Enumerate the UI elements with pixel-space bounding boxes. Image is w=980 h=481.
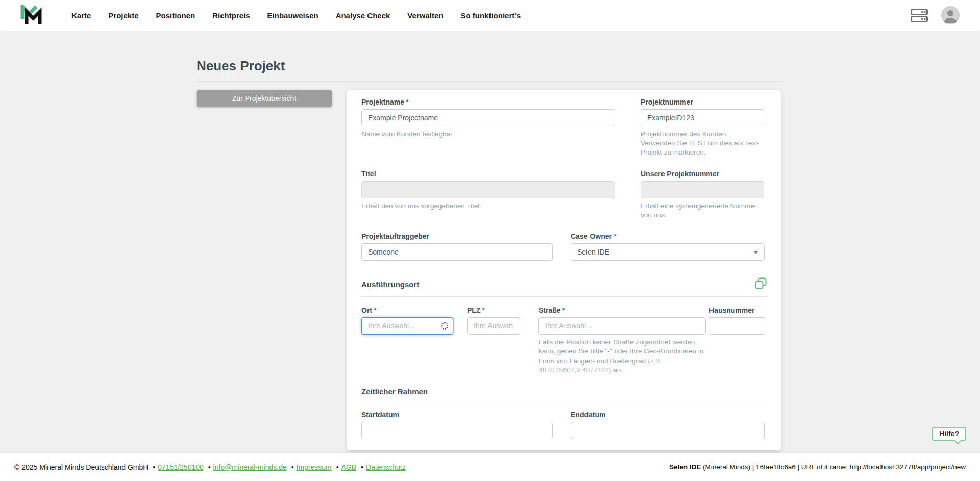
section-divider: [361, 296, 767, 297]
footer-left: © 2025 Mineral Minds Deutschland GmbH •0…: [14, 463, 406, 471]
field-titel: Titel Erhält den von uns vorgegebenen Ti…: [361, 170, 615, 220]
required-asterisk: *: [482, 306, 484, 314]
section-zeitlicher-rahmen-title: Zeitlicher Rahmen: [361, 387, 428, 396]
plz-input[interactable]: [467, 317, 520, 335]
project-form-card: Projektname* Name vom Kunden festlegbar …: [347, 90, 781, 450]
footer-link-phone[interactable]: 07151/250100: [158, 463, 204, 471]
page-title: Neues Projekt: [197, 58, 781, 74]
projektname-helper: Name vom Kunden festlegbar: [361, 130, 615, 139]
footer-link-impressum[interactable]: Impressum: [297, 463, 332, 471]
nav-item-positionen[interactable]: Positionen: [156, 11, 195, 20]
nav-item-einbauweisen[interactable]: Einbauweisen: [267, 11, 318, 20]
projektnummer-input[interactable]: [641, 109, 764, 126]
section-ausfuehrungsort-title: Ausführungsort: [361, 280, 419, 289]
required-asterisk: *: [406, 98, 408, 106]
unsere-projektnummer-label: Unsere Projektnummer: [641, 170, 764, 178]
startdatum-label: Startdatum: [361, 411, 553, 419]
top-navbar: Karte Projekte Positionen Richtpreis Ein…: [0, 0, 980, 31]
nav-item-projekte[interactable]: Projekte: [108, 11, 138, 20]
field-ort: Ort*: [361, 306, 453, 375]
projektname-input[interactable]: [361, 109, 615, 126]
mineral-minds-logo[interactable]: [19, 5, 43, 26]
field-startdatum: Startdatum: [361, 411, 553, 439]
required-asterisk: *: [562, 306, 565, 314]
enddatum-input[interactable]: [571, 422, 765, 439]
hausnummer-label: Hausnummer: [709, 306, 765, 314]
strasse-input[interactable]: [538, 317, 706, 335]
plz-label: PLZ*: [467, 306, 520, 314]
ort-input[interactable]: [361, 317, 453, 335]
server-icon[interactable]: [911, 9, 928, 22]
footer-session-info: Selen IDE (Mineral Minds) | 16fae1ffc6a6…: [669, 463, 966, 471]
enddatum-label: Enddatum: [571, 411, 765, 419]
titel-helper: Erhält den von uns vorgegebenen Titel.: [361, 201, 615, 211]
chevron-down-icon: [753, 251, 758, 254]
hausnummer-input[interactable]: [709, 317, 765, 335]
footer-user-name: Selen IDE: [669, 463, 701, 471]
projektauftraggeber-label: Projektauftraggeber: [361, 232, 553, 240]
startdatum-input[interactable]: [361, 422, 553, 439]
case-owner-value[interactable]: [571, 243, 765, 261]
field-projektnummer: Projektnummer Projektnummer des Kunden. …: [641, 98, 764, 158]
case-owner-select[interactable]: [571, 243, 765, 261]
footer-link-agb[interactable]: AGB: [341, 463, 357, 471]
zur-projektuebersicht-button[interactable]: Zur Projektübersicht: [197, 90, 332, 107]
section-divider: [361, 401, 767, 401]
nav-item-richtpreis[interactable]: Richtpreis: [212, 11, 250, 20]
footer-link-email[interactable]: info@mineral-minds.de: [213, 463, 287, 471]
copyright-text: © 2025 Mineral Minds Deutschland GmbH: [14, 463, 148, 471]
ort-label: Ort*: [361, 306, 453, 314]
projektnummer-label: Projektnummer: [641, 98, 764, 106]
case-owner-label: Case Owner*: [571, 232, 765, 240]
field-projektauftraggeber: Projektauftraggeber: [361, 232, 553, 261]
field-case-owner: Case Owner*: [571, 232, 765, 261]
page-footer: © 2025 Mineral Minds Deutschland GmbH •0…: [0, 453, 980, 481]
field-unsere-projektnummer: Unsere Projektnummer Erhält eine systemg…: [641, 170, 764, 220]
strasse-label: Straße*: [538, 306, 706, 314]
required-asterisk: *: [614, 232, 616, 240]
field-projektname: Projektname* Name vom Kunden festlegbar: [361, 98, 615, 158]
field-plz: PLZ*: [467, 306, 520, 375]
footer-link-datenschutz[interactable]: Datenschutz: [366, 463, 406, 471]
navbar-right: [911, 6, 967, 24]
projektnummer-helper: Projektnummer des Kunden. Verwenden Sie …: [641, 130, 764, 158]
logo-icon: [19, 5, 43, 26]
main-nav: Karte Projekte Positionen Richtpreis Ein…: [71, 11, 521, 20]
main-content: Neues Projekt Zur Projektübersicht Proje…: [0, 31, 980, 453]
copy-icon[interactable]: [755, 277, 767, 291]
field-strasse: Straße* Falls die Position keiner Straße…: [538, 306, 706, 375]
spinner-icon: [441, 322, 448, 330]
hilfe-label: Hilfe?: [939, 429, 959, 438]
required-asterisk: *: [374, 306, 376, 314]
nav-item-verwalten[interactable]: Verwalten: [407, 11, 443, 20]
projektname-label: Projektname*: [361, 98, 615, 106]
strasse-helper: Falls die Position keiner Straße zugeord…: [538, 338, 709, 375]
nav-item-analyse-check[interactable]: Analyse Check: [336, 11, 390, 20]
projektauftraggeber-input[interactable]: [361, 243, 553, 261]
titel-input: [361, 181, 615, 198]
unsere-projektnummer-helper: Erhält eine systemgenerierte Nummer von …: [641, 201, 764, 220]
field-hausnummer: Hausnummer: [709, 306, 765, 375]
nav-item-karte[interactable]: Karte: [71, 11, 91, 20]
title-divider: [197, 81, 781, 82]
nav-item-so-funktionierts[interactable]: So funktioniert's: [460, 11, 521, 20]
hilfe-button[interactable]: Hilfe?: [932, 427, 966, 441]
field-enddatum: Enddatum: [571, 411, 765, 439]
titel-label: Titel: [361, 170, 615, 178]
footer-session-details: (Mineral Minds) | 16fae1ffc6a6 | URL of …: [701, 463, 966, 471]
unsere-projektnummer-input: [641, 181, 764, 198]
user-avatar-icon[interactable]: [941, 6, 960, 24]
